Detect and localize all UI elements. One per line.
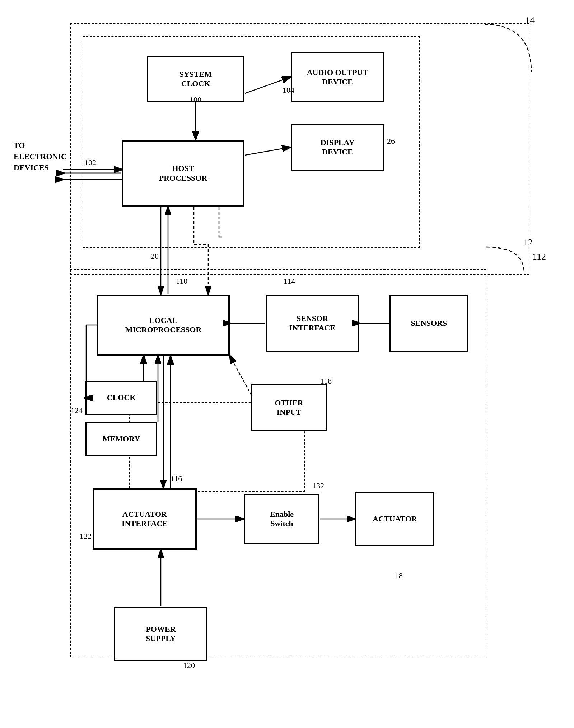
enable-switch-box: EnableSwitch xyxy=(244,494,319,544)
ref-110: 110 xyxy=(176,277,187,286)
memory-box: MEMORY xyxy=(85,422,157,456)
ref-104: 104 xyxy=(283,85,294,95)
ref-100: 100 xyxy=(190,95,201,105)
to-electronic-label: TOELECTRONICDEVICES xyxy=(14,140,67,173)
ref-112: 112 xyxy=(532,251,546,262)
clock-box: CLOCK xyxy=(85,381,157,415)
sensors-box: SENSORS xyxy=(389,295,468,352)
ref-132: 132 xyxy=(312,481,324,491)
audio-output-box: AUDIO OUTPUTDEVICE xyxy=(291,52,384,102)
power-supply-box: POWERSUPPLY xyxy=(114,607,207,661)
sensor-interface-box: SENSORINTERFACE xyxy=(266,295,359,352)
ref-122: 122 xyxy=(80,532,92,541)
ref-18: 18 xyxy=(395,571,403,580)
ref-118: 118 xyxy=(320,376,332,386)
ref-120: 120 xyxy=(183,661,195,670)
diagram: 14 12 112 TOELECTRONICDEVICES SYSTEMCLOC… xyxy=(0,0,574,728)
actuator-interface-box: ACTUATORINTERFACE xyxy=(93,488,197,550)
ref-114: 114 xyxy=(284,277,295,286)
ref-102: 102 xyxy=(84,158,96,167)
actuator-box: ACTUATOR xyxy=(355,492,434,546)
other-input-box: OTHERINPUT xyxy=(251,384,327,431)
ref-20: 20 xyxy=(151,251,159,261)
ref-26: 26 xyxy=(387,136,395,146)
ref-124: 124 xyxy=(71,406,83,415)
host-processor-box: HOSTPROCESSOR xyxy=(122,140,244,207)
local-micro-box: LOCALMICROPROCESSOR xyxy=(97,295,230,356)
display-device-box: DISPLAYDEVICE xyxy=(291,124,384,171)
ref-116: 116 xyxy=(171,474,182,483)
